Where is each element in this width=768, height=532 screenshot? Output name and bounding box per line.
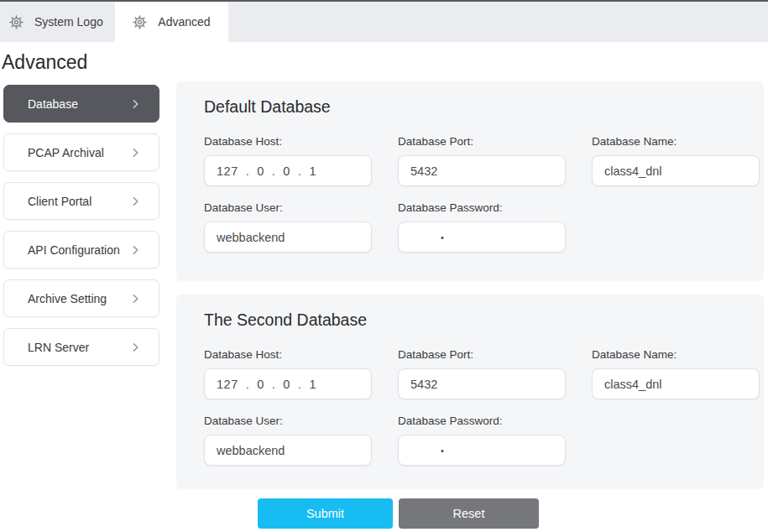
field-row: Database User: webbackend Database Passw…: [204, 201, 764, 253]
input-value: 5432: [410, 378, 437, 391]
database-password-input[interactable]: •: [398, 222, 566, 253]
sidebar: Database PCAP Archival Client Portal API…: [3, 85, 159, 377]
ip-dot: .: [298, 164, 302, 178]
ip-octet: 0: [257, 164, 264, 178]
database-password-label: Database Password:: [398, 201, 566, 214]
input-value: 5432: [410, 164, 437, 178]
database-user-label: Database User:: [204, 415, 372, 427]
chevron-right-icon: [128, 195, 142, 208]
database-host-field: Database Host: 127 . 0 . 0 . 1: [204, 135, 372, 186]
input-value: webbackend: [217, 444, 285, 457]
sidebar-item-archive-setting[interactable]: Archive Setting: [3, 279, 159, 317]
sidebar-item-api-configuration[interactable]: API Configuration: [3, 231, 159, 269]
ip-dot: .: [272, 378, 276, 391]
ip-dot: .: [246, 164, 250, 178]
form-actions: Submit Reset: [258, 498, 539, 529]
submit-button[interactable]: Submit: [258, 498, 393, 529]
password-mask-dot: •: [441, 446, 444, 456]
gear-icon: [133, 15, 147, 29]
database-password-field: Database Password: •: [398, 415, 566, 466]
tab-system-logo[interactable]: System Logo: [0, 2, 115, 42]
chevron-right-icon: [128, 341, 142, 354]
input-value: webbackend: [217, 231, 285, 244]
database-name-field: Database Name: class4_dnl: [592, 135, 760, 186]
sidebar-item-label: Database: [28, 97, 78, 111]
gear-icon: [9, 15, 24, 29]
tab-label: Advanced: [158, 15, 210, 29]
chevron-right-icon: [128, 97, 142, 111]
database-password-field: Database Password: •: [398, 201, 566, 253]
section-title: The Second Database: [204, 309, 764, 331]
ip-octet: 0: [283, 164, 290, 178]
chevron-right-icon: [128, 146, 142, 159]
sidebar-item-label: LRN Server: [28, 341, 89, 354]
ip-octet: 0: [257, 378, 264, 391]
sidebar-item-label: Client Portal: [28, 195, 91, 208]
database-port-input[interactable]: 5432: [398, 368, 566, 399]
sidebar-item-label: Archive Setting: [28, 292, 107, 305]
database-password-input[interactable]: •: [398, 435, 566, 466]
ip-octet: 127: [217, 164, 238, 178]
sidebar-item-label: API Configuration: [28, 243, 120, 257]
tab-label: System Logo: [34, 15, 103, 29]
sidebar-item-client-portal[interactable]: Client Portal: [3, 182, 159, 220]
database-user-field: Database User: webbackend: [204, 415, 372, 466]
database-user-field: Database User: webbackend: [204, 201, 372, 253]
database-port-label: Database Port:: [398, 135, 566, 148]
chevron-right-icon: [128, 243, 142, 257]
database-host-label: Database Host:: [204, 135, 372, 148]
ip-octet: 1: [309, 378, 316, 391]
database-name-input[interactable]: class4_dnl: [592, 155, 760, 186]
database-user-label: Database User:: [204, 201, 372, 214]
database-name-label: Database Name:: [592, 135, 760, 148]
database-host-field: Database Host: 127 . 0 . 0 . 1: [204, 348, 372, 399]
reset-button[interactable]: Reset: [399, 498, 539, 529]
database-port-field: Database Port: 5432: [398, 135, 566, 186]
tab-advanced[interactable]: Advanced: [115, 2, 228, 42]
input-value: class4_dnl: [604, 378, 662, 391]
ip-octet: 1: [309, 164, 316, 178]
section-title: Default Database: [204, 96, 764, 118]
database-name-input[interactable]: class4_dnl: [592, 368, 760, 399]
page-title: Advanced: [2, 50, 87, 75]
database-host-input[interactable]: 127 . 0 . 0 . 1: [204, 368, 372, 399]
field-row: Database Host: 127 . 0 . 0 . 1 Database …: [204, 348, 764, 399]
input-value: class4_dnl: [604, 164, 662, 178]
ip-dot: .: [298, 378, 302, 391]
field-row: Database Host: 127 . 0 . 0 . 1 Database …: [204, 135, 764, 186]
database-user-input[interactable]: webbackend: [204, 435, 372, 466]
ip-dot: .: [272, 164, 276, 178]
database-port-field: Database Port: 5432: [398, 348, 566, 399]
sidebar-item-database[interactable]: Database: [3, 85, 159, 123]
ip-dot: .: [246, 378, 250, 391]
second-database-section: The Second Database Database Host: 127 .…: [176, 295, 764, 489]
database-host-label: Database Host:: [204, 348, 372, 361]
database-password-label: Database Password:: [398, 415, 566, 427]
sidebar-item-pcap-archival[interactable]: PCAP Archival: [3, 133, 159, 171]
chevron-right-icon: [128, 292, 142, 305]
password-mask-dot: •: [441, 232, 444, 243]
sidebar-item-lrn-server[interactable]: LRN Server: [3, 328, 159, 366]
database-port-input[interactable]: 5432: [398, 155, 566, 186]
ip-octet: 127: [217, 378, 238, 391]
ip-octet: 0: [283, 378, 290, 391]
database-user-input[interactable]: webbackend: [204, 222, 372, 253]
database-host-input[interactable]: 127 . 0 . 0 . 1: [204, 155, 372, 186]
tab-bar: System Logo Advanced: [0, 2, 768, 42]
database-name-label: Database Name:: [592, 348, 760, 361]
field-row: Database User: webbackend Database Passw…: [204, 415, 764, 466]
database-port-label: Database Port:: [398, 348, 566, 361]
sidebar-item-label: PCAP Archival: [28, 146, 104, 159]
database-name-field: Database Name: class4_dnl: [592, 348, 760, 399]
default-database-section: Default Database Database Host: 127 . 0 …: [176, 81, 764, 281]
